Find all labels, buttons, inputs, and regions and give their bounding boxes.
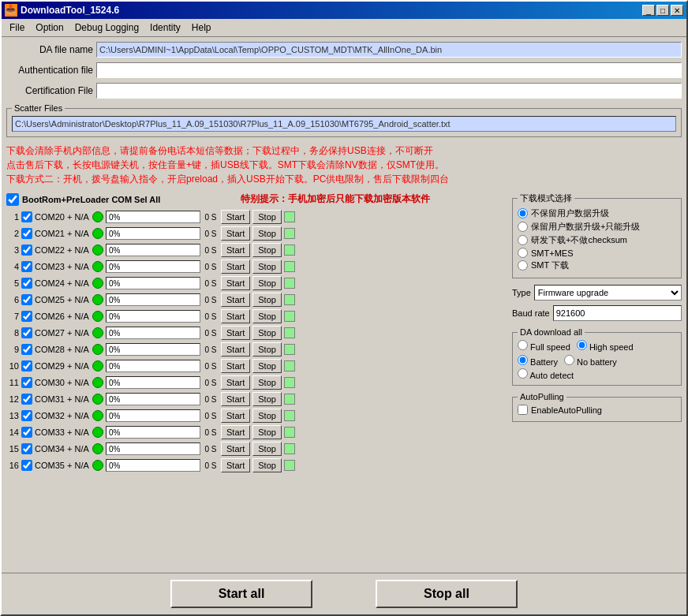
- status-light: [284, 311, 295, 322]
- mode-radio[interactable]: [518, 222, 528, 232]
- auto-detect-label[interactable]: Auto detect: [518, 368, 574, 380]
- row-number: 8: [6, 328, 19, 338]
- da-file-input[interactable]: [96, 42, 682, 58]
- baud-input[interactable]: [553, 305, 682, 321]
- stop-button[interactable]: Stop: [252, 375, 282, 390]
- progress-value: 0%: [109, 246, 120, 255]
- mode-radio[interactable]: [518, 248, 528, 258]
- cert-file-input[interactable]: [96, 83, 682, 99]
- full-speed-radio[interactable]: [518, 340, 528, 350]
- com-checkbox[interactable]: [21, 410, 32, 421]
- com-checkbox[interactable]: [21, 394, 32, 405]
- com-checkbox[interactable]: [21, 427, 32, 438]
- start-button[interactable]: Start: [221, 259, 250, 274]
- progress-value: 0%: [109, 445, 120, 454]
- com-checkbox[interactable]: [21, 377, 32, 388]
- start-button[interactable]: Start: [221, 409, 250, 423]
- com-checkbox[interactable]: [21, 460, 32, 471]
- high-speed-radio[interactable]: [577, 340, 587, 350]
- stop-button[interactable]: Stop: [252, 359, 282, 373]
- start-button[interactable]: Start: [221, 442, 250, 456]
- com-checkbox[interactable]: [21, 261, 32, 272]
- auth-file-input[interactable]: [96, 62, 682, 78]
- stop-button[interactable]: Stop: [252, 425, 282, 439]
- com-label: COM33 + N/A: [35, 427, 90, 437]
- com-checkbox[interactable]: [21, 443, 32, 454]
- start-button[interactable]: Start: [221, 458, 250, 472]
- stop-button[interactable]: Stop: [252, 276, 282, 290]
- start-button[interactable]: Start: [221, 309, 250, 323]
- com-row: 1 COM20 + N/A 0% 0 S Start Stop: [6, 209, 507, 225]
- com-checkbox[interactable]: [21, 327, 32, 338]
- start-button[interactable]: Start: [221, 210, 250, 224]
- header-row: BootRom+PreLoader COM Sel All 特别提示：手机加密后…: [6, 192, 507, 206]
- stop-button[interactable]: Stop: [252, 326, 282, 340]
- stop-all-button[interactable]: Stop all: [376, 580, 518, 608]
- start-button[interactable]: Start: [221, 226, 250, 241]
- mode-radio[interactable]: [518, 235, 528, 245]
- stop-button[interactable]: Stop: [252, 442, 282, 456]
- start-button[interactable]: Start: [221, 326, 250, 340]
- start-button[interactable]: Start: [221, 359, 250, 373]
- menu-item-debug-logging[interactable]: Debug Logging: [70, 21, 144, 35]
- no-battery-label[interactable]: No battery: [564, 355, 617, 367]
- stop-button[interactable]: Stop: [252, 259, 282, 274]
- com-rows-container: 1 COM20 + N/A 0% 0 S Start Stop 2 COM21 …: [6, 209, 507, 474]
- close-button[interactable]: ✕: [671, 5, 683, 16]
- stop-button[interactable]: Stop: [252, 392, 282, 406]
- battery-label[interactable]: Battery: [518, 355, 558, 367]
- start-all-button[interactable]: Start all: [170, 580, 312, 608]
- start-button[interactable]: Start: [221, 342, 250, 357]
- com-row: 5 COM24 + N/A 0% 0 S Start Stop: [6, 275, 507, 291]
- bootrom-checkbox[interactable]: [6, 193, 19, 206]
- row-number: 9: [6, 345, 19, 354]
- led-indicator: [92, 294, 103, 305]
- enable-autopull-checkbox[interactable]: [518, 405, 528, 415]
- stop-button[interactable]: Stop: [252, 243, 282, 257]
- start-button[interactable]: Start: [221, 425, 250, 439]
- com-checkbox[interactable]: [21, 311, 32, 322]
- com-checkbox[interactable]: [21, 294, 32, 305]
- high-speed-label[interactable]: High speed: [577, 340, 634, 352]
- start-button[interactable]: Start: [221, 276, 250, 290]
- menu-item-option[interactable]: Option: [31, 21, 68, 35]
- no-battery-radio[interactable]: [564, 355, 574, 365]
- start-button[interactable]: Start: [221, 243, 250, 257]
- stop-button[interactable]: Stop: [252, 309, 282, 323]
- auto-detect-radio[interactable]: [518, 368, 528, 379]
- com-checkbox[interactable]: [21, 245, 32, 256]
- scatter-file-input[interactable]: [12, 116, 676, 132]
- mode-radio[interactable]: [518, 208, 528, 218]
- full-speed-label[interactable]: Full speed: [518, 340, 570, 352]
- com-checkbox[interactable]: [21, 211, 32, 222]
- menu-item-file[interactable]: File: [5, 21, 29, 35]
- enable-autopull-label: EnableAutoPulling: [531, 405, 602, 415]
- scatter-files-group: Scatter Files: [6, 103, 682, 137]
- stop-button[interactable]: Stop: [252, 342, 282, 357]
- com-checkbox[interactable]: [21, 360, 32, 371]
- stop-button[interactable]: Stop: [252, 210, 282, 224]
- maximize-button[interactable]: □: [656, 5, 669, 16]
- com-row: 14 COM33 + N/A 0% 0 S Start Stop: [6, 424, 507, 440]
- row-number: 10: [6, 361, 19, 371]
- stop-button[interactable]: Stop: [252, 293, 282, 307]
- stop-button[interactable]: Stop: [252, 458, 282, 472]
- com-checkbox[interactable]: [21, 228, 32, 239]
- com-checkbox[interactable]: [21, 278, 32, 289]
- menu-item-help[interactable]: Help: [187, 21, 216, 35]
- battery-radio[interactable]: [518, 355, 528, 365]
- com-checkbox[interactable]: [21, 344, 32, 355]
- minimize-button[interactable]: _: [642, 5, 655, 16]
- menu-item-identity[interactable]: Identity: [145, 21, 185, 35]
- time-label: 0 S: [203, 246, 219, 255]
- led-indicator: [92, 377, 103, 388]
- start-button[interactable]: Start: [221, 375, 250, 390]
- start-button[interactable]: Start: [221, 293, 250, 307]
- start-button[interactable]: Start: [221, 392, 250, 406]
- stop-button[interactable]: Stop: [252, 409, 282, 423]
- mode-radio[interactable]: [518, 260, 528, 271]
- com-row: 8 COM27 + N/A 0% 0 S Start Stop: [6, 325, 507, 341]
- stop-button[interactable]: Stop: [252, 226, 282, 241]
- type-select[interactable]: Firmware upgrade: [534, 285, 682, 301]
- row-number: 14: [6, 427, 19, 437]
